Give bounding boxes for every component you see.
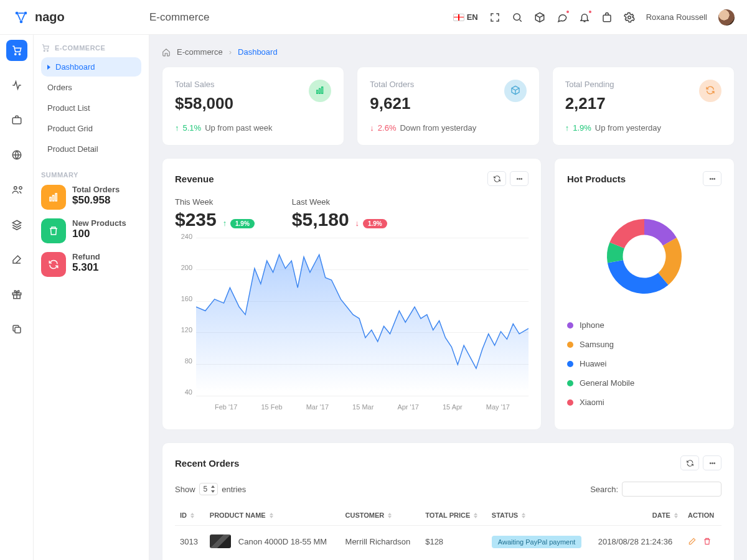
summary-icon	[41, 185, 66, 210]
messages-icon[interactable]	[557, 12, 568, 23]
rail-layers-icon[interactable]	[6, 214, 27, 235]
sidebar-item-product-grid[interactable]: Product Grid	[41, 119, 141, 138]
chevron-right-icon: ›	[229, 47, 232, 57]
column-header[interactable]: TOTAL PRICE	[420, 505, 487, 526]
sort-icon	[270, 513, 273, 518]
column-header[interactable]: DATE	[593, 505, 683, 526]
edit-icon[interactable]	[688, 537, 697, 546]
package-icon[interactable]	[534, 12, 545, 23]
cart-icon	[41, 44, 50, 52]
legend-dot-icon	[567, 361, 573, 367]
svg-point-22	[517, 178, 518, 179]
summary-item: Refund5.301	[41, 252, 141, 277]
svg-point-29	[712, 462, 713, 464]
fullscreen-icon[interactable]	[489, 12, 500, 23]
home-icon[interactable]	[162, 48, 171, 57]
svg-rect-20	[319, 88, 321, 93]
svg-point-27	[713, 178, 715, 179]
more-button[interactable]	[703, 171, 721, 186]
svg-point-28	[710, 462, 711, 464]
stat-icon	[309, 80, 331, 102]
breadcrumb-parent[interactable]: E-commerce	[177, 47, 223, 57]
caret-right-icon	[47, 65, 50, 70]
refresh-button[interactable]	[680, 455, 699, 470]
legend-dot-icon	[567, 322, 573, 329]
sort-icon	[674, 513, 678, 518]
rail-globe-icon[interactable]	[6, 144, 27, 166]
svg-point-30	[713, 462, 715, 464]
svg-point-3	[514, 14, 520, 21]
column-header[interactable]: ID	[175, 505, 205, 526]
svg-rect-16	[50, 197, 51, 201]
sidebar-item-orders[interactable]: Orders	[41, 78, 141, 97]
summary-icon	[41, 252, 66, 277]
language-switcher[interactable]: EN	[453, 12, 478, 22]
arrow-up-icon: ↑	[175, 123, 179, 133]
orders-table: IDPRODUCT NAMECUSTOMERTOTAL PRICESTATUSD…	[175, 505, 721, 557]
summary-icon	[41, 218, 66, 243]
stat-card: Total Sales$58,000↑5.1%Up from past week	[162, 67, 344, 146]
bag-icon[interactable]	[601, 12, 613, 23]
svg-point-2	[20, 20, 23, 23]
more-button[interactable]	[510, 171, 529, 186]
refresh-button[interactable]	[487, 171, 506, 186]
orders-search-input[interactable]	[622, 482, 721, 497]
stat-card: Total Pending2,217↑1.9%Up from yesterday	[552, 67, 735, 146]
svg-rect-13	[15, 327, 21, 333]
svg-point-10	[14, 187, 17, 190]
svg-point-14	[44, 50, 45, 52]
brand-name: nago	[35, 10, 65, 24]
rail-gift-icon[interactable]	[6, 284, 27, 305]
topbar: nago E-commerce EN Roxana Roussell	[0, 0, 747, 35]
sidebar-item-dashboard[interactable]: Dashboard	[41, 57, 141, 77]
hot-products-title: Hot Products	[567, 174, 626, 184]
rail-briefcase-icon[interactable]	[6, 110, 27, 131]
svg-rect-21	[322, 86, 323, 93]
sidebar-item-product-detail[interactable]: Product Detail	[41, 139, 141, 159]
svg-point-5	[627, 16, 631, 19]
rail-cart-icon[interactable]	[6, 40, 27, 61]
column-header[interactable]: PRODUCT NAME	[205, 505, 341, 526]
brand-logo[interactable]: nago	[12, 9, 149, 26]
rail-edit-icon[interactable]	[6, 249, 27, 270]
svg-point-23	[519, 178, 520, 179]
rail-activity-icon[interactable]	[6, 75, 27, 96]
user-name[interactable]: Roxana Roussell	[646, 12, 707, 22]
legend-item: Samsung	[567, 340, 721, 349]
sort-icon	[522, 513, 525, 518]
legend-item: General Mobile	[567, 378, 721, 388]
svg-rect-19	[317, 90, 318, 93]
delete-icon[interactable]	[703, 537, 712, 546]
per-page-select[interactable]: 5	[199, 483, 218, 495]
revenue-last-week: Last Week $5,180 ↓ 1.9%	[292, 197, 387, 230]
sort-icon	[190, 513, 194, 518]
rail-copy-icon[interactable]	[6, 319, 27, 340]
svg-point-6	[14, 54, 16, 55]
stat-icon	[699, 80, 721, 102]
uk-flag-icon	[453, 14, 464, 21]
column-header[interactable]: STATUS	[487, 505, 593, 526]
table-row: 3013 Canon 4000D 18-55 MM Merrill Richar…	[175, 526, 721, 558]
search-icon[interactable]	[512, 12, 523, 23]
svg-rect-4	[603, 15, 611, 22]
legend-dot-icon	[567, 380, 573, 386]
column-header[interactable]: ACTION	[683, 505, 721, 526]
svg-point-7	[19, 54, 20, 55]
legend-item: Huawei	[567, 359, 721, 368]
svg-rect-17	[53, 195, 54, 201]
notifications-icon[interactable]	[579, 12, 590, 23]
revenue-this-week: This Week $235 ↑ 1.9%	[175, 197, 255, 230]
icon-rail	[0, 35, 34, 560]
settings-icon[interactable]	[624, 12, 635, 23]
avatar[interactable]	[718, 9, 735, 26]
column-header[interactable]: CUSTOMER	[341, 505, 421, 526]
sidebar-item-product-list[interactable]: Product List	[41, 98, 141, 118]
more-button[interactable]	[703, 455, 721, 470]
summary-item: Total Orders$50.958	[41, 185, 141, 210]
main-content: E-commerce › Dashboard Total Sales$58,00…	[149, 35, 747, 560]
rail-users-icon[interactable]	[6, 179, 27, 200]
sidebar: E-COMMERCE Dashboard Orders Product List…	[34, 35, 149, 560]
legend-dot-icon	[567, 342, 573, 348]
svg-point-25	[710, 178, 711, 179]
arrow-up-icon: ↑	[565, 123, 570, 133]
